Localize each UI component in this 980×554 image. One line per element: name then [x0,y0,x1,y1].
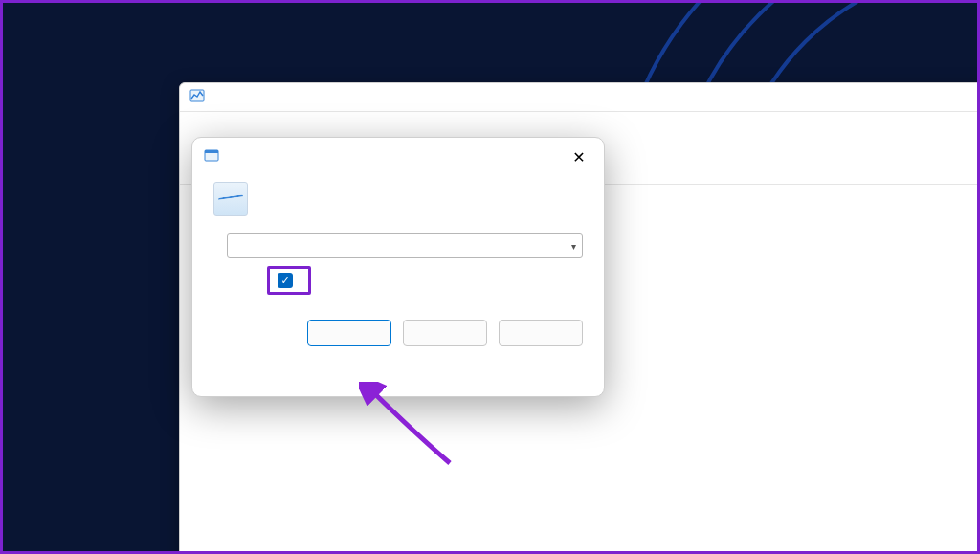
task-manager-icon [189,88,205,106]
create-task-dialog: ✕ ▾ ✓ [191,137,605,397]
task-manager-menubar [180,112,980,139]
cancel-button[interactable] [403,320,487,346]
browse-button[interactable] [499,320,583,346]
run-dialog-icon [204,148,219,166]
col-network[interactable] [804,139,880,184]
ok-button[interactable] [307,320,391,346]
chevron-down-icon: ▾ [571,241,576,252]
admin-privileges-highlight: ✓ [267,266,311,295]
admin-checkbox[interactable]: ✓ [278,273,293,288]
col-memory[interactable] [651,139,727,184]
col-gpu[interactable] [880,139,938,184]
task-manager-titlebar[interactable] [180,83,980,112]
close-button[interactable]: ✕ [566,145,592,168]
col-disk[interactable] [727,139,804,184]
svg-rect-2 [205,150,218,153]
check-icon: ✓ [280,275,289,287]
open-combobox[interactable]: ▾ [227,233,583,258]
run-large-icon [213,182,248,216]
close-icon: ✕ [572,148,585,166]
